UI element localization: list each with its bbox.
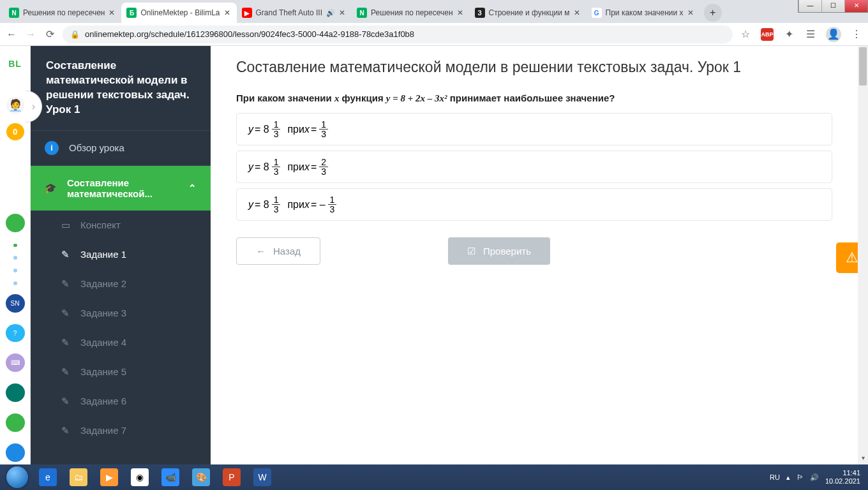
tab-audio-icon[interactable]: 🔊 <box>326 9 335 17</box>
taskbar-paint-icon[interactable]: 🎨 <box>186 466 216 489</box>
adblock-extension-icon[interactable]: ABP <box>761 28 774 41</box>
tab-close-icon[interactable]: ✕ <box>339 8 347 17</box>
sidebar-section-header[interactable]: 🎓 Составление математической... ⌃ <box>31 166 211 211</box>
address-bar[interactable]: 🔒 onlinemektep.org/schedule/1612396800/l… <box>63 26 733 43</box>
answer-x-expr: x = 13 <box>304 120 329 138</box>
book-icon: ▭ <box>61 219 71 231</box>
browser-tab[interactable]: GПри каком значении x✕ <box>587 3 700 23</box>
edit-icon: ✎ <box>61 337 71 348</box>
new-tab-button[interactable]: + <box>704 4 722 22</box>
sidebar-item-label: Конспект <box>80 219 121 230</box>
sidebar-item-task-3[interactable]: ✎Задание 3 <box>31 299 211 328</box>
taskbar-ie-icon[interactable]: e <box>33 466 63 489</box>
rail-shortcut-bilim-land[interactable] <box>6 413 25 432</box>
taskbar-zoom-icon[interactable]: 📹 <box>156 466 185 489</box>
sidebar-item-task-7[interactable]: ✎Задание 7 <box>31 416 211 445</box>
check-button-label: Проверить <box>483 246 531 256</box>
sidebar-item-label: Задание 2 <box>80 278 126 289</box>
warning-triangle-icon: ⚠ <box>846 249 858 266</box>
tab-title: Решения по пересечен <box>371 8 453 17</box>
tab-close-icon[interactable]: ✕ <box>687 8 695 17</box>
rail-shortcut-online-mektep[interactable] <box>6 214 25 232</box>
taskbar-media-player-icon[interactable]: ▶ <box>94 466 124 489</box>
graduation-cap-icon: 🎓 <box>45 182 57 194</box>
sidebar-overview-row[interactable]: i Обзор урока <box>31 130 211 166</box>
window-maximize-button[interactable]: ☐ <box>821 0 844 12</box>
tray-language-indicator[interactable]: RU <box>770 473 780 481</box>
tab-favicon: G <box>592 8 602 18</box>
page-heading: Составление математической модели в реше… <box>236 59 832 76</box>
url-text: onlinemektep.org/schedule/1612396800/les… <box>85 29 414 39</box>
sidebar-item-konspekt[interactable]: ▭Конспект <box>31 211 211 240</box>
reading-list-icon[interactable]: ☰ <box>804 28 817 41</box>
tray-volume-icon[interactable]: 🔊 <box>810 473 819 482</box>
tab-close-icon[interactable]: ✕ <box>108 8 116 17</box>
info-icon: i <box>45 141 59 155</box>
sidebar-item-task-4[interactable]: ✎Задание 4 <box>31 328 211 357</box>
sidebar-item-task-1[interactable]: ✎Задание 1 <box>31 240 211 269</box>
nav-forward-button[interactable]: → <box>24 28 37 41</box>
tab-favicon: ▶ <box>242 8 252 18</box>
browser-tab[interactable]: ▶Grand Theft Auto III🔊✕ <box>237 3 352 23</box>
sidebar-item-label: Задание 4 <box>80 337 126 348</box>
windows-orb-icon <box>6 466 28 488</box>
user-avatar-icon[interactable]: 🧑‍💼 <box>6 97 24 114</box>
tray-show-hidden-icon[interactable]: ▴ <box>786 473 790 482</box>
tab-close-icon[interactable]: ✕ <box>224 8 232 17</box>
taskbar-word-icon[interactable]: W <box>248 466 277 489</box>
taskbar-explorer-icon[interactable]: 🗂 <box>64 466 93 489</box>
bookmark-star-icon[interactable]: ☆ <box>739 28 752 41</box>
browser-menu-icon[interactable]: ⋮ <box>850 28 863 41</box>
browser-tab[interactable]: ЗСтроение и функции м✕ <box>470 3 587 23</box>
brand-logo[interactable]: BL <box>8 59 22 69</box>
rail-shortcut-help[interactable]: ? <box>6 324 25 343</box>
tab-favicon: З <box>475 8 485 18</box>
nav-reload-button[interactable]: ⟳ <box>43 28 56 41</box>
window-close-button[interactable]: ✕ <box>844 0 867 12</box>
back-button[interactable]: ← Назад <box>236 237 320 265</box>
check-button[interactable]: ☑ Проверить <box>448 237 550 265</box>
nav-back-button[interactable]: ← <box>5 28 18 41</box>
arrow-left-icon: ← <box>256 246 266 256</box>
answer-option-3[interactable]: y = 813 при x = – 13 <box>236 188 832 221</box>
sidebar-item-task-6[interactable]: ✎Задание 6 <box>31 387 211 416</box>
extensions-icon[interactable]: ✦ <box>782 28 795 41</box>
edit-icon: ✎ <box>61 396 71 407</box>
rail-shortcut-keyboard[interactable]: ⌨ <box>6 353 25 372</box>
tray-action-center-icon[interactable]: 🏳 <box>797 473 804 481</box>
answer-option-1[interactable]: y = 813 при x = 13 <box>236 113 832 145</box>
sidebar-item-task-5[interactable]: ✎Задание 5 <box>31 357 211 387</box>
score-badge[interactable]: 0 <box>6 123 24 140</box>
edit-icon: ✎ <box>61 278 71 290</box>
scrollbar-thumb[interactable] <box>859 47 867 85</box>
tray-clock[interactable]: 11:41 10.02.2021 <box>825 469 860 486</box>
rail-dot-1 <box>13 244 17 248</box>
answer-at-text: при <box>281 199 304 211</box>
tab-close-icon[interactable]: ✕ <box>574 8 581 17</box>
profile-avatar-button[interactable]: 👤 <box>826 27 841 42</box>
tab-title: При каком значении x <box>606 8 684 17</box>
taskbar-chrome-icon[interactable]: ◉ <box>125 466 154 489</box>
answer-at-text: при <box>281 161 304 173</box>
browser-toolbar: ← → ⟳ 🔒 onlinemektep.org/schedule/161239… <box>0 23 868 46</box>
tab-favicon: N <box>357 8 367 18</box>
rail-shortcut-bilim-book[interactable] <box>6 443 25 462</box>
page-scrollbar[interactable]: ▴ ▾ <box>858 46 868 464</box>
start-button[interactable] <box>3 466 32 489</box>
window-minimize-button[interactable]: — <box>798 0 821 12</box>
tab-close-icon[interactable]: ✕ <box>457 8 465 17</box>
answer-at-text: при <box>281 124 304 135</box>
answer-option-2[interactable]: y = 813 при x = 23 <box>236 151 832 183</box>
back-button-label: Назад <box>273 246 301 256</box>
taskbar-powerpoint-icon[interactable]: P <box>217 466 246 489</box>
browser-tab[interactable]: NРешения по пересечен✕ <box>4 3 121 23</box>
sidebar-item-task-2[interactable]: ✎Задание 2 <box>31 269 211 299</box>
browser-tab[interactable]: БOnlineMektep - BilimLa✕ <box>121 3 236 23</box>
scroll-down-arrow-icon[interactable]: ▾ <box>858 454 868 464</box>
system-tray: RU ▴ 🏳 🔊 11:41 10.02.2021 <box>770 469 865 486</box>
answer-x-expr: x = – 13 <box>304 195 338 214</box>
browser-tab[interactable]: NРешения по пересечен✕ <box>352 3 469 23</box>
rail-shortcut-bilim-lectory[interactable] <box>6 383 25 402</box>
edit-icon: ✎ <box>61 366 71 378</box>
rail-shortcut-smart-nation[interactable]: SN <box>6 294 25 313</box>
